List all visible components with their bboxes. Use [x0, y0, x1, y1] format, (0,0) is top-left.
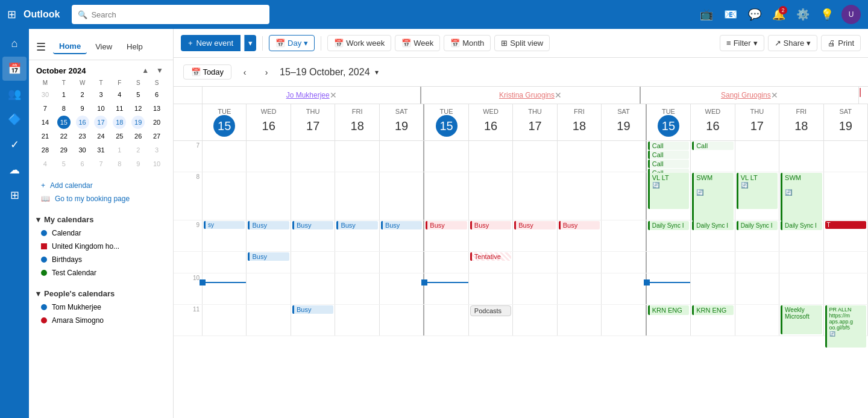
new-event-button[interactable]: + New event [181, 35, 241, 51]
event-busy[interactable]: Busy [248, 252, 289, 261]
people-cal-tom[interactable]: Tom Mukherjee [36, 301, 166, 314]
time-cell-p3-sat[interactable]: T [824, 220, 868, 251]
grid-icon[interactable]: ⊞ [7, 8, 16, 21]
day-button[interactable]: 📅 Day▾ [269, 35, 315, 51]
event-busy-red[interactable]: Busy [426, 221, 467, 229]
time-cell[interactable] [247, 305, 291, 335]
time-cell[interactable]: Busy [380, 220, 424, 251]
time-cell-p1-busy[interactable]: Busy [291, 220, 335, 251]
mini-day-today[interactable]: 15 [57, 116, 71, 129]
new-event-caret[interactable]: ▾ [244, 35, 256, 51]
work-week-button[interactable]: 📅 Work week [327, 35, 391, 51]
time-cell[interactable] [735, 252, 779, 273]
event-vllt[interactable]: VL LT🔄 [648, 173, 689, 209]
time-cell[interactable] [469, 172, 513, 220]
time-cell[interactable] [779, 252, 823, 273]
mini-day[interactable]: 7 [94, 157, 107, 170]
split-view-button[interactable]: ⊞ Split view [494, 35, 550, 51]
share-button[interactable]: ↗ Share▾ [768, 35, 818, 51]
mini-day[interactable]: 28 [39, 143, 52, 157]
time-cell[interactable] [602, 172, 646, 220]
time-cell[interactable] [779, 141, 823, 172]
event-busy[interactable]: sy [204, 221, 245, 229]
time-cell-p1-busy[interactable]: Busy [247, 220, 291, 251]
time-cell-p3-krn[interactable]: KRN ENG [647, 305, 691, 335]
mini-day[interactable]: 5 [131, 88, 145, 101]
day-num[interactable]: 17 [524, 115, 546, 137]
mini-day[interactable]: 24 [94, 129, 107, 143]
day-num[interactable]: 16 [702, 115, 723, 137]
time-cell[interactable] [735, 273, 779, 304]
event-krn-eng[interactable]: KRN ENG [648, 305, 689, 315]
time-cell[interactable] [335, 273, 379, 304]
rail-apps[interactable]: ⊞ [2, 183, 27, 207]
calendar-item-uk[interactable]: United Kingdom ho... [36, 240, 166, 253]
time-cell[interactable] [513, 273, 557, 304]
time-cell-p3-wed[interactable]: Call [691, 141, 735, 172]
add-person-icon[interactable]: | [859, 87, 861, 97]
time-cell[interactable] [469, 273, 513, 304]
add-calendar-link[interactable]: + Add calendar [36, 179, 166, 192]
time-cell[interactable] [335, 141, 379, 172]
time-cell[interactable] [558, 141, 602, 172]
time-cell-p2-busy[interactable]: Busy [513, 220, 557, 251]
time-cell[interactable] [558, 305, 602, 335]
time-cell[interactable] [424, 172, 468, 220]
mini-day[interactable]: 3 [150, 143, 163, 157]
calendar-item-test[interactable]: Test Calendar [36, 266, 166, 279]
time-cell-tentative[interactable]: Tentative [469, 252, 513, 273]
tab-help[interactable]: Help [121, 40, 149, 54]
day-num-today[interactable]: 15 [436, 115, 458, 137]
day-num-today[interactable]: 15 [213, 115, 235, 137]
mini-day[interactable]: 3 [94, 88, 107, 101]
mini-day[interactable]: 9 [131, 157, 145, 170]
day-num[interactable]: 18 [568, 115, 590, 137]
week-button[interactable]: 📅 Week [395, 35, 440, 51]
mini-day[interactable]: 27 [150, 129, 163, 143]
time-cell[interactable] [513, 252, 557, 273]
event-t[interactable]: T [825, 221, 866, 229]
help-icon[interactable]: 💡 [817, 5, 837, 24]
time-cell[interactable] [291, 141, 335, 172]
time-cell-p3-weekly[interactable]: WeeklyMicrosoft [779, 305, 823, 335]
rail-people[interactable]: 👥 [2, 82, 27, 106]
mini-day[interactable]: 7 [39, 102, 52, 115]
calendar-item-calendar[interactable]: Calendar [36, 226, 166, 240]
time-cell-p3-daily[interactable]: Daily Sync I [691, 220, 735, 251]
event-call[interactable]: Call [648, 160, 689, 168]
mini-day[interactable]: 30 [76, 143, 89, 157]
people-cal-amara[interactable]: Amara Simogno [36, 314, 166, 327]
event-krn-eng[interactable]: KRN ENG [692, 305, 733, 315]
search-input[interactable] [91, 10, 263, 19]
print-button[interactable]: 🖨 Print [821, 35, 861, 51]
time-cell-p3-krn2[interactable]: KRN ENG [691, 305, 735, 335]
time-cell[interactable] [558, 172, 602, 220]
time-cell[interactable] [602, 305, 646, 335]
mini-day[interactable]: 4 [39, 157, 52, 170]
time-cell-busy[interactable]: Busy [291, 305, 335, 335]
event-call[interactable]: Call [692, 142, 733, 150]
expand-icon[interactable]: ▾ [375, 68, 379, 76]
time-cell[interactable] [691, 252, 735, 273]
time-cell[interactable] [469, 141, 513, 172]
mini-day[interactable]: 12 [131, 102, 145, 115]
time-cell-p2-busy[interactable]: Busy [558, 220, 602, 251]
time-cell[interactable] [380, 273, 424, 304]
cal-scroll[interactable]: Jo Mukherjee ✕ Kristina Gruogins ✕ [174, 87, 868, 418]
search-bar[interactable]: 🔍 [72, 5, 269, 24]
time-cell-p1-busy[interactable]: sy [203, 220, 247, 251]
avatar[interactable]: U [841, 5, 861, 24]
event-busy[interactable]: Busy [248, 221, 289, 229]
time-cell[interactable] [203, 252, 247, 273]
mini-day[interactable]: 29 [57, 143, 71, 157]
event-pr-alln[interactable]: PR ALLNhttps://maps.app.goo.gl/bf5🔄 [825, 305, 866, 348]
event-busy[interactable]: Busy [381, 221, 422, 229]
mini-day[interactable]: 1 [57, 88, 71, 101]
event-vllt[interactable]: VL LT🔄 [737, 173, 778, 209]
menu-icon[interactable]: ☰ [36, 40, 46, 54]
time-cell[interactable] [247, 172, 291, 220]
time-cell[interactable] [203, 172, 247, 220]
mini-day[interactable]: 26 [131, 129, 145, 143]
time-cell-p3-tue[interactable]: Call Call Call Call Call Call [647, 141, 691, 172]
mini-day[interactable]: 5 [57, 157, 71, 170]
